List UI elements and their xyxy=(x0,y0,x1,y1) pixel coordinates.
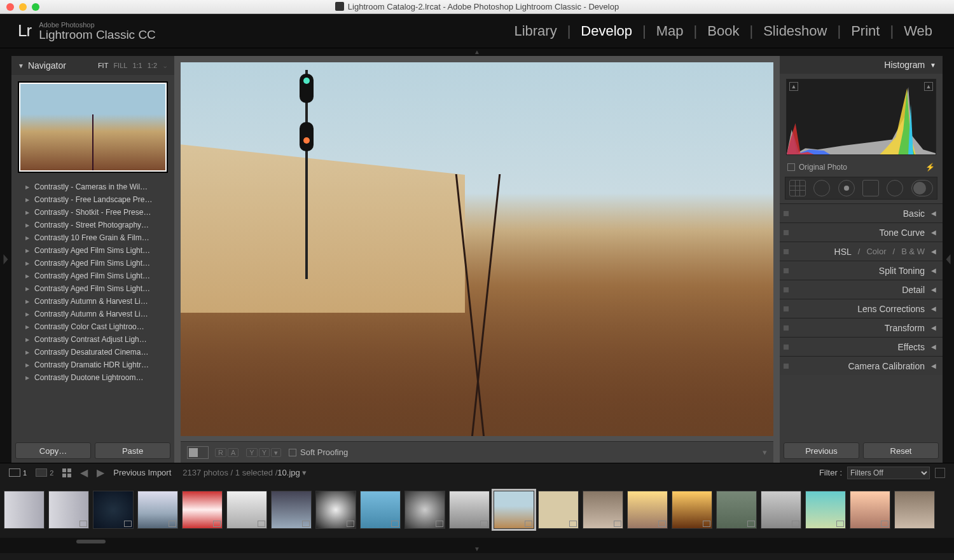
thumbnail[interactable] xyxy=(48,491,89,529)
nav-back-icon[interactable]: ◀ xyxy=(80,467,88,479)
thumbnail[interactable] xyxy=(716,491,757,529)
panel-detail[interactable]: Detail◀ xyxy=(780,280,943,299)
copy-button[interactable]: Copy… xyxy=(15,442,91,459)
preset-folder[interactable]: Contrastly Aged Film Sims Light… xyxy=(11,282,174,295)
zoom-fill[interactable]: FILL xyxy=(113,62,127,70)
panel-tone-curve[interactable]: Tone Curve◀ xyxy=(780,222,943,242)
radial-filter-icon[interactable] xyxy=(887,180,903,196)
preset-folder[interactable]: Contrastly Autumn & Harvest Li… xyxy=(11,308,174,320)
thumbnail[interactable] xyxy=(672,491,712,529)
previous-button[interactable]: Previous xyxy=(784,442,859,459)
thumbnail[interactable] xyxy=(137,491,178,529)
filter-select[interactable]: Filters Off xyxy=(847,467,930,479)
panel-split-toning[interactable]: Split Toning◀ xyxy=(780,261,943,280)
histogram[interactable]: ▲ ▲ xyxy=(786,79,936,155)
thumbnail[interactable] xyxy=(182,491,223,529)
redeye-tool-icon[interactable] xyxy=(838,180,855,196)
navigator-preview[interactable] xyxy=(11,75,174,179)
panel-basic[interactable]: Basic◀ xyxy=(780,203,943,222)
secondary-display-icon[interactable] xyxy=(36,468,47,477)
toolbar-menu-icon[interactable]: ▾ xyxy=(763,447,767,457)
zoom-menu-icon[interactable]: ⌄ xyxy=(162,62,168,70)
maximize-icon[interactable] xyxy=(32,3,39,11)
zoom-custom[interactable]: 1:2 xyxy=(148,62,157,70)
checkbox-icon[interactable] xyxy=(787,163,795,171)
module-develop[interactable]: Develop xyxy=(577,23,636,39)
panel-effects[interactable]: Effects◀ xyxy=(780,337,943,356)
right-panel-handle[interactable] xyxy=(943,56,954,463)
thumbnail[interactable] xyxy=(271,491,312,529)
zoom-1to1[interactable]: 1:1 xyxy=(132,62,142,70)
thumbnail-selected[interactable] xyxy=(494,491,534,529)
filmstrip-source-info[interactable]: Previous Import 2137 photos / 1 selected… xyxy=(113,468,307,477)
panel-hsl[interactable]: HSL/ Color/ B & W◀ xyxy=(780,242,943,261)
histogram-header[interactable]: Histogram ▼ xyxy=(780,56,943,74)
module-slideshow[interactable]: Slideshow xyxy=(759,23,831,39)
panel-lens-corrections[interactable]: Lens Corrections◀ xyxy=(780,299,943,318)
preset-folder[interactable]: Contrastly - Free Landscape Pre… xyxy=(11,193,174,206)
preset-folder[interactable]: Contrastly - Shotkit - Free Prese… xyxy=(11,206,174,219)
thumbnail[interactable] xyxy=(894,491,935,529)
preset-folder[interactable]: Contrastly Duotone Lightroom… xyxy=(11,371,174,384)
filter-lock-icon[interactable] xyxy=(935,468,945,478)
preset-folder[interactable]: Contrastly Dramatic HDR Lightr… xyxy=(11,359,174,371)
top-panel-expander[interactable] xyxy=(0,48,954,56)
preset-folder[interactable]: Contrastly Desaturated Cinema… xyxy=(11,346,174,359)
thumbnail[interactable] xyxy=(4,491,45,529)
module-map[interactable]: Map xyxy=(653,23,688,39)
panel-transform[interactable]: Transform◀ xyxy=(780,318,943,337)
checkbox-icon[interactable] xyxy=(289,449,296,456)
module-print[interactable]: Print xyxy=(847,23,883,39)
before-after-split[interactable]: YY▾ xyxy=(246,447,282,457)
brush-tool-icon[interactable] xyxy=(911,180,933,196)
image-canvas[interactable] xyxy=(181,62,773,436)
primary-display-icon[interactable] xyxy=(9,468,20,477)
preset-folder[interactable]: Contrastly - Cameras in the Wil… xyxy=(11,181,174,193)
paste-button[interactable]: Paste xyxy=(95,442,170,459)
photo-preview[interactable] xyxy=(181,62,773,436)
thumbnail[interactable] xyxy=(805,491,846,529)
soft-proofing-toggle[interactable]: Soft Proofing xyxy=(289,447,348,457)
preset-folder[interactable]: Contrastly Aged Film Sims Light… xyxy=(11,270,174,282)
before-after-tools[interactable]: RA xyxy=(215,447,240,457)
preset-folder[interactable]: Contrastly Contrast Adjust Ligh… xyxy=(11,333,174,346)
thumbnail[interactable] xyxy=(538,491,579,529)
thumbnail[interactable] xyxy=(93,491,134,529)
module-library[interactable]: Library xyxy=(510,23,560,39)
bottom-panel-expander[interactable] xyxy=(0,545,954,553)
thumbnail[interactable] xyxy=(627,491,668,529)
grid-view-icon[interactable] xyxy=(62,468,71,477)
preset-folder[interactable]: Contrastly Color Cast Lightroo… xyxy=(11,320,174,333)
preset-folder[interactable]: Contrastly Autumn & Harvest Li… xyxy=(11,295,174,308)
thumbnail[interactable] xyxy=(360,491,401,529)
panel-camera-calibration[interactable]: Camera Calibration◀ xyxy=(780,356,943,375)
center-panel: RA YY▾ Soft Proofing ▾ xyxy=(174,56,780,463)
zoom-fit[interactable]: FIT xyxy=(98,62,109,70)
preset-folder[interactable]: Contrastly Aged Film Sims Light… xyxy=(11,244,174,257)
thumbnail[interactable] xyxy=(315,491,356,529)
navigator-image[interactable] xyxy=(19,83,167,172)
minimize-icon[interactable] xyxy=(19,3,27,11)
preset-folder[interactable]: Contrastly - Street Photography… xyxy=(11,219,174,231)
graduated-filter-icon[interactable] xyxy=(862,180,879,196)
left-panel-handle[interactable] xyxy=(0,56,11,463)
thumbnail[interactable] xyxy=(583,491,623,529)
thumbnail[interactable] xyxy=(850,491,890,529)
close-icon[interactable] xyxy=(6,3,14,11)
loupe-view-icon[interactable] xyxy=(187,446,209,459)
crop-tool-icon[interactable] xyxy=(789,180,806,196)
spot-tool-icon[interactable] xyxy=(813,180,830,196)
filmstrip[interactable] xyxy=(0,482,954,538)
nav-forward-icon[interactable]: ▶ xyxy=(97,467,104,479)
preset-folder[interactable]: Contrastly Aged Film Sims Light… xyxy=(11,257,174,270)
module-web[interactable]: Web xyxy=(900,23,936,39)
thumbnail[interactable] xyxy=(404,491,445,529)
thumbnail[interactable] xyxy=(761,491,801,529)
thumbnail[interactable] xyxy=(449,491,490,529)
navigator-header[interactable]: ▼ Navigator FIT FILL 1:1 1:2 ⌄ xyxy=(11,56,174,75)
module-book[interactable]: Book xyxy=(703,23,743,39)
reset-button[interactable]: Reset xyxy=(863,442,939,459)
preset-folder[interactable]: Contrastly 10 Free Grain & Film… xyxy=(11,231,174,244)
thumbnail[interactable] xyxy=(226,491,267,529)
filmstrip-scrollbar[interactable] xyxy=(0,538,954,545)
